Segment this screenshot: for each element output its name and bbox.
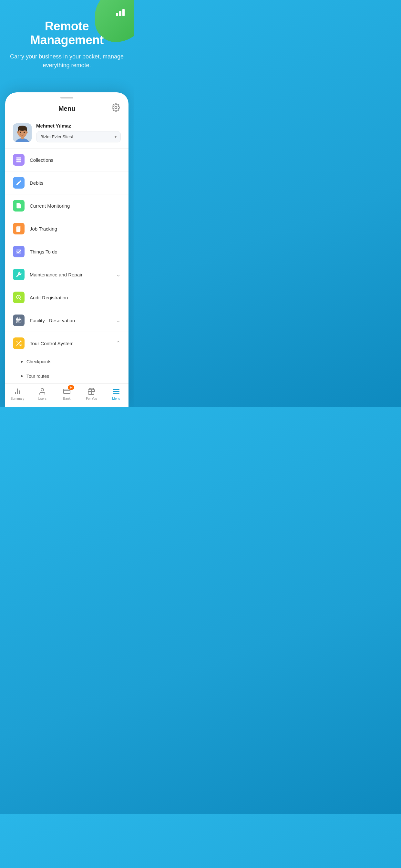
maintenance-label: Maintenance and Repair [30,272,116,277]
bullet-checkpoints [21,361,23,363]
facility-label: Facility - Reservation [30,318,116,323]
signal-icon [116,9,125,16]
tour-control-chevron: ⌃ [116,340,121,347]
nav-item-summary[interactable]: Summary [5,387,30,400]
svg-rect-34 [19,321,19,322]
collections-label: Collections [30,157,121,163]
site-dropdown[interactable]: Bizim Evler Sitesi ▾ [36,131,121,143]
nav-item-menu[interactable]: Menu [104,387,128,400]
menu-item-things-to-do[interactable]: Things To do [5,240,128,263]
svg-rect-7 [26,128,27,131]
menu-header: Menu [5,98,128,117]
things-to-do-icon [13,246,25,257]
summary-icon [13,387,22,396]
svg-point-38 [41,389,43,391]
bottom-nav: Summary Users 34 Bank [5,383,128,407]
user-name: Mehmet Yılmaz [36,123,121,128]
user-info: Mehmet Yılmaz Bizim Evler Sitesi ▾ [36,123,121,143]
settings-icon[interactable] [112,103,121,113]
user-profile: Mehmet Yılmaz Bizim Evler Sitesi ▾ [5,117,128,149]
menu-item-job-tracking[interactable]: Job Tracking [5,217,128,240]
maintenance-chevron: ⌄ [116,271,121,278]
for-you-nav-label: For You [86,397,97,400]
users-nav-label: Users [38,397,47,400]
avatar [13,123,32,142]
svg-point-5 [18,126,27,131]
job-tracking-label: Job Tracking [30,226,121,231]
phone-mockup: Menu [5,92,128,407]
nav-item-for-you[interactable]: For You [79,387,104,400]
bank-icon: 34 [63,387,71,396]
svg-rect-31 [19,320,19,321]
tour-routes-label: Tour routes [27,374,49,379]
menu-item-collections[interactable]: Collections [5,149,128,172]
for-you-icon [87,387,96,396]
checkpoints-label: Checkpoints [27,359,51,364]
facility-icon [13,314,25,326]
debits-label: Debits [30,180,121,186]
collections-icon [13,154,25,166]
menu-nav-icon [112,387,120,396]
bank-badge: 34 [68,385,74,390]
svg-point-8 [20,132,21,133]
svg-rect-12 [17,158,21,159]
svg-rect-30 [18,320,19,321]
menu-item-maintenance[interactable]: Maintenance and Repair ⌄ [5,263,128,286]
menu-list: Collections Debits Current Monitoring [5,149,128,354]
job-tracking-icon [13,223,25,235]
header-subtitle: Carry your business in your pocket, mana… [10,52,124,70]
menu-item-facility[interactable]: Facility - Reservation ⌄ [5,309,128,332]
bank-nav-label: Bank [63,397,71,400]
svg-rect-13 [17,159,21,160]
svg-rect-14 [17,161,21,162]
menu-item-audit[interactable]: Audit Registration [5,286,128,309]
facility-chevron: ⌄ [116,317,121,324]
svg-point-9 [24,132,25,133]
svg-point-10 [17,131,19,134]
svg-rect-39 [64,389,70,394]
nav-item-users[interactable]: Users [30,387,54,400]
users-icon [38,387,47,396]
debits-icon [13,177,25,189]
maintenance-icon [13,269,25,280]
dropdown-chevron: ▾ [115,135,117,139]
menu-title: Menu [58,105,75,113]
svg-point-11 [26,131,28,134]
header-section: Remote Management Carry your business in… [0,0,134,80]
svg-rect-33 [18,321,19,322]
tour-control-icon [13,337,25,349]
summary-nav-label: Summary [11,397,25,400]
svg-point-0 [115,106,117,108]
things-to-do-label: Things To do [30,249,121,254]
site-name: Bizim Evler Sitesi [40,134,73,139]
current-monitoring-label: Current Monitoring [30,203,121,209]
nav-item-bank[interactable]: 34 Bank [55,387,79,400]
menu-nav-label: Menu [112,397,120,400]
current-monitoring-icon [13,200,25,212]
menu-item-tour-control[interactable]: Tour Control System ⌃ [5,332,128,354]
audit-icon [13,291,25,303]
svg-rect-32 [20,320,21,321]
sub-item-checkpoints[interactable]: Checkpoints [5,354,128,369]
audit-label: Audit Registration [30,295,121,300]
menu-item-current-monitoring[interactable]: Current Monitoring [5,194,128,217]
header-title: Remote Management [10,20,124,47]
menu-item-debits[interactable]: Debits [5,172,128,194]
svg-rect-18 [17,226,20,232]
bullet-tour-routes [21,375,23,377]
sub-item-tour-routes[interactable]: Tour routes [5,369,128,383]
tour-control-label: Tour Control System [30,341,116,346]
svg-rect-6 [18,128,19,131]
